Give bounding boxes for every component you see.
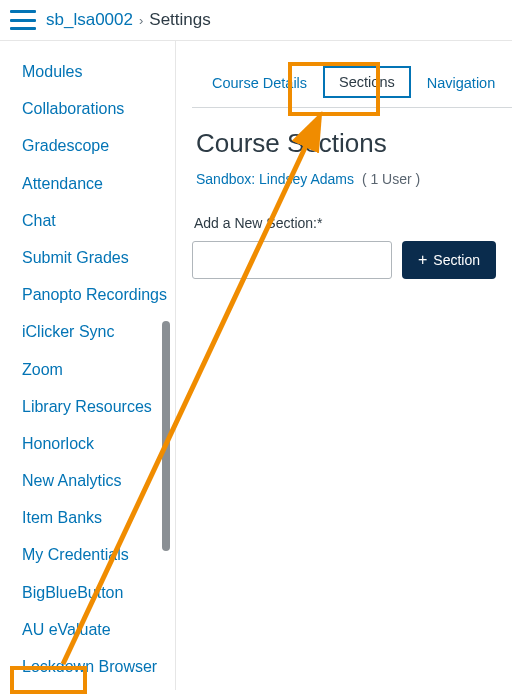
settings-tabs: Course Details Sections Navigation Apps bbox=[192, 59, 512, 108]
add-section-button-label: Section bbox=[433, 252, 480, 268]
tab-navigation[interactable]: Navigation bbox=[415, 59, 508, 107]
sidebar-item-attendance[interactable]: Attendance bbox=[22, 165, 176, 202]
sidebar-item-zoom[interactable]: Zoom bbox=[22, 351, 176, 388]
sidebar-item-chat[interactable]: Chat bbox=[22, 202, 176, 239]
course-nav-sidebar: Modules Collaborations Gradescope Attend… bbox=[0, 41, 176, 690]
section-list-row: Sandbox: Lindsey Adams ( 1 User ) bbox=[196, 171, 512, 187]
sidebar-item-lockdown[interactable]: Lockdown Browser bbox=[22, 648, 176, 685]
section-user-count: ( 1 User ) bbox=[362, 171, 420, 187]
sidebar-item-top-hat[interactable]: Top Hat bbox=[22, 685, 176, 690]
sidebar-item-credentials[interactable]: My Credentials bbox=[22, 536, 176, 573]
sidebar-item-au-evaluate[interactable]: AU eValuate bbox=[22, 611, 176, 648]
sidebar-item-item-banks[interactable]: Item Banks bbox=[22, 499, 176, 536]
sidebar-item-gradescope[interactable]: Gradescope bbox=[22, 127, 176, 164]
sidebar-item-collaborations[interactable]: Collaborations bbox=[22, 90, 176, 127]
sidebar-item-analytics[interactable]: New Analytics bbox=[22, 462, 176, 499]
sidebar-item-library[interactable]: Library Resources bbox=[22, 388, 176, 425]
page-title: Course Sections bbox=[196, 128, 512, 159]
add-section-label: Add a New Section:* bbox=[194, 215, 512, 231]
tab-course-details[interactable]: Course Details bbox=[200, 59, 319, 107]
tab-apps[interactable]: Apps bbox=[507, 59, 512, 107]
hamburger-icon[interactable] bbox=[10, 10, 36, 30]
sidebar-item-submit-grades[interactable]: Submit Grades bbox=[22, 239, 176, 276]
breadcrumb-course-link[interactable]: sb_lsa0002 bbox=[46, 10, 133, 30]
breadcrumb-separator-icon: › bbox=[139, 13, 143, 28]
plus-icon: + bbox=[418, 252, 427, 268]
new-section-input[interactable] bbox=[192, 241, 392, 279]
sidebar-item-bigbluebutton[interactable]: BigBlueButton bbox=[22, 574, 176, 611]
breadcrumb: sb_lsa0002 › Settings bbox=[46, 10, 211, 30]
sidebar-item-modules[interactable]: Modules bbox=[22, 53, 176, 90]
add-section-button[interactable]: + Section bbox=[402, 241, 496, 279]
main-content: Course Details Sections Navigation Apps … bbox=[176, 41, 512, 690]
sidebar-item-honorlock[interactable]: Honorlock bbox=[22, 425, 176, 462]
sidebar-item-iclicker[interactable]: iClicker Sync bbox=[22, 313, 176, 350]
sidebar-item-panopto[interactable]: Panopto Recordings bbox=[22, 276, 176, 313]
tab-sections[interactable]: Sections bbox=[323, 66, 411, 98]
sidebar-scrollbar[interactable] bbox=[162, 321, 170, 551]
breadcrumb-current: Settings bbox=[149, 10, 210, 30]
page-header: sb_lsa0002 › Settings bbox=[0, 0, 512, 41]
section-item-link[interactable]: Sandbox: Lindsey Adams bbox=[196, 171, 354, 187]
